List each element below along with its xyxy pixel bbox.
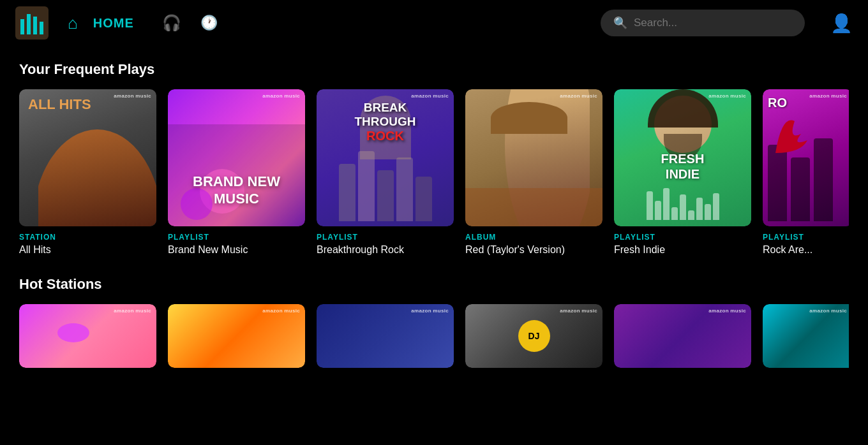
navigation: ⌂ HOME 🎧 🕐 🔍 👤 xyxy=(0,0,868,46)
frequent-plays-section: Your Frequent Plays ALL HITS amazon musi… xyxy=(0,61,868,256)
amazon-badge-freshindic: amazon music xyxy=(708,93,746,99)
card-brandnewmusic[interactable]: BRAND NEWMUSIC amazon music PLAYLIST Bra… xyxy=(168,89,305,256)
home-label[interactable]: HOME xyxy=(93,16,134,31)
hot-stations-section: Hot Stations amazon music amazon music a… xyxy=(0,276,868,368)
card-breakthroughrock-type: PLAYLIST xyxy=(317,233,454,242)
search-bar[interactable]: 🔍 xyxy=(601,10,805,36)
app-logo[interactable] xyxy=(15,6,49,40)
card-rockare[interactable]: RO amazon music PLAYLIST Rock Are... xyxy=(763,89,849,256)
card-freshindic-type: PLAYLIST xyxy=(614,233,751,242)
amazon-badge-hot4: amazon music xyxy=(560,308,597,314)
card-brandnewmusic-type: PLAYLIST xyxy=(168,233,305,242)
card-redtaylor[interactable]: amazon music ALBUM Red (Taylor's Version… xyxy=(465,89,602,256)
card-allhits-name: All Hits xyxy=(19,244,156,256)
rockare-art-text: RO xyxy=(768,96,787,110)
hot-card-5[interactable]: amazon music xyxy=(614,304,751,368)
svg-rect-2 xyxy=(27,14,31,34)
amazon-badge-allhits: amazon music xyxy=(114,93,151,99)
amazon-badge-breakthrough: amazon music xyxy=(411,93,449,99)
card-redtaylor-name: Red (Taylor's Version) xyxy=(465,244,602,256)
card-rockare-name: Rock Are... xyxy=(763,244,849,256)
frequent-plays-cards-row: ALL HITS amazon music STATION All Hits B… xyxy=(19,89,849,256)
svg-rect-1 xyxy=(20,19,24,34)
search-icon: 🔍 xyxy=(613,16,627,30)
svg-rect-0 xyxy=(15,6,49,40)
card-allhits[interactable]: ALL HITS amazon music STATION All Hits xyxy=(19,89,156,256)
hot-stations-title: Hot Stations xyxy=(19,276,849,293)
card-allhits-type: STATION xyxy=(19,233,156,242)
headphones-icon[interactable]: 🎧 xyxy=(162,14,181,32)
amazon-badge-hot6: amazon music xyxy=(809,308,847,314)
frequent-plays-title: Your Frequent Plays xyxy=(19,61,849,78)
card-rockare-type: PLAYLIST xyxy=(763,233,849,242)
hot-card-3[interactable]: amazon music xyxy=(317,304,454,368)
amazon-badge-hot5: amazon music xyxy=(708,308,746,314)
history-icon[interactable]: 🕐 xyxy=(200,15,218,31)
amazon-badge-hot3: amazon music xyxy=(411,308,449,314)
hot-card-2[interactable]: amazon music xyxy=(168,304,305,368)
home-icon[interactable]: ⌂ xyxy=(68,13,78,33)
svg-rect-3 xyxy=(33,17,37,34)
hot-stations-cards-row: amazon music amazon music amazon music xyxy=(19,304,849,368)
card-freshindic[interactable]: FRESHINDIE amazon music PLAYLIST Fresh I… xyxy=(614,89,751,256)
card-freshindic-name: Fresh Indie xyxy=(614,244,751,256)
amazon-badge-rockare: amazon music xyxy=(809,93,847,99)
hot-card-1[interactable]: amazon music xyxy=(19,304,156,368)
svg-rect-4 xyxy=(40,22,43,34)
user-avatar-icon[interactable]: 👤 xyxy=(830,13,853,34)
breakthrough-art-sub: ROCK xyxy=(323,129,447,143)
amazon-badge-hot1: amazon music xyxy=(114,308,151,314)
card-redtaylor-type: ALBUM xyxy=(465,233,602,242)
amazon-badge-redtaylor: amazon music xyxy=(560,93,597,99)
card-breakthroughrock-name: Breakthrough Rock xyxy=(317,244,454,256)
freshindic-art-text: FRESHINDIE xyxy=(614,151,751,182)
hot-card-6[interactable]: amazon music xyxy=(763,304,849,368)
breakthrough-art-text: BREAKTHROUGH xyxy=(323,101,447,129)
search-input[interactable] xyxy=(634,17,792,29)
amazon-badge-brandnew: amazon music xyxy=(262,93,300,99)
hot-card-4[interactable]: DJ amazon music xyxy=(465,304,602,368)
allhits-art-text: ALL HITS xyxy=(28,97,91,112)
brandnew-art-text: BRAND NEWMUSIC xyxy=(168,173,305,207)
card-breakthroughrock[interactable]: BREAKTHROUGH ROCK amazon music PLAYLIST … xyxy=(317,89,454,256)
amazon-badge-hot2: amazon music xyxy=(262,308,300,314)
card-brandnewmusic-name: Brand New Music xyxy=(168,244,305,256)
